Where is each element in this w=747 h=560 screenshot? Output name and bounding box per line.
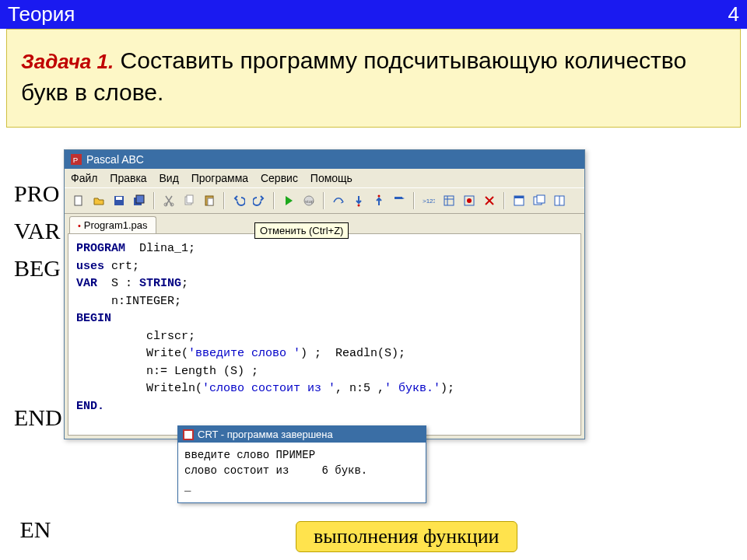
breakpoints-icon[interactable]: [460, 191, 479, 210]
sep: [223, 192, 225, 209]
svg-point-21: [467, 198, 472, 203]
svg-point-15: [358, 205, 360, 207]
undo-tooltip: Отменить (Ctrl+Z): [254, 222, 349, 239]
task-description: Задача 1. Составить программу подсчитыва…: [6, 29, 741, 128]
watch-icon[interactable]: >123: [419, 191, 438, 210]
ide-titlebar[interactable]: P Pascal ABC: [65, 150, 584, 169]
sep: [503, 192, 505, 209]
new-icon[interactable]: [69, 191, 88, 210]
open-icon[interactable]: [89, 191, 108, 210]
slide-header: Теория 4: [0, 0, 747, 29]
task-label: Задача 1.: [21, 50, 114, 73]
svg-rect-6: [136, 195, 144, 203]
menu-edit[interactable]: Правка: [110, 172, 146, 184]
svg-rect-23: [514, 196, 524, 198]
svg-text:P: P: [73, 156, 78, 164]
ide-title-text: Pascal ABC: [86, 153, 144, 166]
crt-app-icon: [183, 429, 194, 440]
crt-output: введите слово ПРИМЕР слово состоит из 6 …: [178, 443, 426, 502]
svg-rect-10: [187, 195, 193, 203]
crt-window: CRT - программа завершена введите слово …: [177, 425, 426, 503]
svg-point-16: [378, 195, 381, 198]
saveall-icon[interactable]: [130, 191, 149, 210]
crt-title-text: CRT - программа завершена: [198, 429, 333, 440]
toolbar: stop >123: [65, 187, 584, 214]
background-code: PRO VAR BEG END EN: [14, 175, 62, 548]
win2-icon[interactable]: [530, 191, 549, 210]
run-icon[interactable]: [279, 191, 298, 210]
footer-label: выполнения функции: [296, 521, 517, 552]
menu-help[interactable]: Помощь: [310, 172, 352, 184]
svg-rect-17: [395, 197, 402, 199]
save-icon[interactable]: [110, 191, 128, 210]
task-text: Составить программу подсчитывающую колич…: [21, 47, 686, 105]
sep: [413, 192, 415, 209]
menubar: Файл Правка Вид Программа Сервис Помощь: [65, 169, 584, 187]
paste-icon[interactable]: [200, 191, 219, 210]
stepover-icon[interactable]: [329, 191, 348, 210]
redo-icon[interactable]: [250, 191, 268, 210]
close-x-icon[interactable]: [480, 191, 499, 210]
win3-icon[interactable]: [550, 191, 569, 210]
stepout-icon[interactable]: [370, 191, 388, 210]
svg-text:>123: >123: [423, 198, 435, 205]
svg-rect-25: [537, 195, 545, 203]
menu-file[interactable]: Файл: [71, 172, 97, 184]
tocursor-icon[interactable]: [390, 191, 409, 210]
stepinto-icon[interactable]: [349, 191, 368, 210]
win1-icon[interactable]: [510, 191, 528, 210]
slide-title: Теория: [8, 2, 75, 26]
menu-program[interactable]: Программа: [191, 172, 248, 184]
svg-rect-19: [444, 196, 454, 205]
svg-rect-28: [184, 431, 192, 439]
copy-icon[interactable]: [180, 191, 198, 210]
tab-program1[interactable]: Program1.pas: [69, 216, 156, 233]
sep: [153, 192, 155, 209]
slide-number: 4: [728, 2, 739, 26]
svg-rect-4: [116, 197, 122, 200]
code-editor[interactable]: PROGRAM Dlina_1; uses crt; VAR S : STRIN…: [68, 233, 581, 436]
crt-titlebar[interactable]: CRT - программа завершена: [178, 426, 426, 443]
sep: [323, 192, 324, 209]
undo-icon[interactable]: [230, 191, 248, 210]
stop-icon[interactable]: stop: [300, 191, 318, 210]
cut-icon[interactable]: [160, 191, 178, 210]
svg-text:stop: stop: [305, 199, 314, 204]
ide-window: P Pascal ABC Файл Правка Вид Программа С…: [64, 149, 585, 439]
svg-rect-12: [208, 198, 213, 205]
svg-rect-2: [75, 196, 82, 205]
app-icon: P: [71, 154, 82, 165]
locals-icon[interactable]: [440, 191, 458, 210]
menu-view[interactable]: Вид: [160, 172, 179, 184]
menu-service[interactable]: Сервис: [261, 172, 298, 184]
sep: [273, 192, 275, 209]
